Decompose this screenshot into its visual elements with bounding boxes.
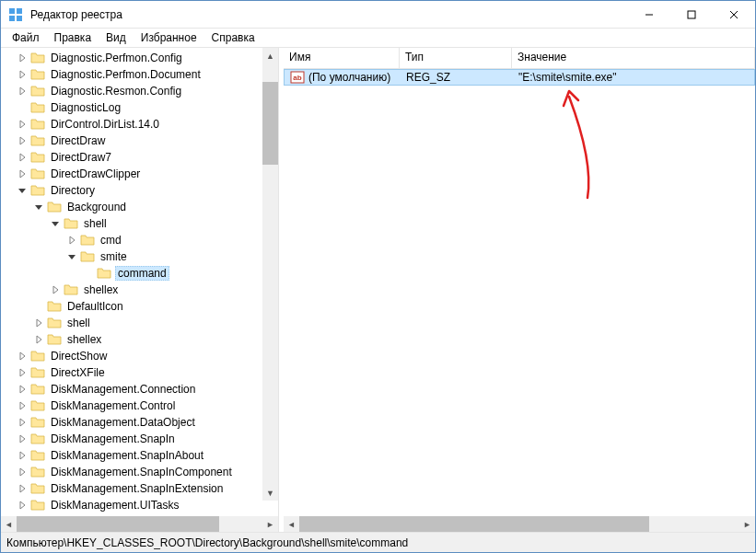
maximize-button[interactable] — [670, 1, 713, 29]
folder-icon — [30, 134, 45, 147]
tree-item-label: DiskManagement.SnapInAbout — [49, 449, 205, 462]
folder-icon — [30, 383, 45, 396]
svg-rect-5 — [688, 11, 695, 18]
menu-help[interactable]: Справка — [204, 29, 262, 46]
tree-item[interactable]: DiagnosticLog — [1, 99, 278, 116]
tree-item[interactable]: smite — [1, 248, 278, 265]
close-button[interactable] — [713, 1, 755, 29]
tree-item[interactable]: cmd — [1, 232, 278, 248]
tree-item[interactable]: Diagnostic.Perfmon.Document — [1, 66, 278, 83]
scroll-left-icon[interactable]: ◄ — [1, 516, 17, 532]
chevron-right-icon[interactable] — [16, 401, 29, 410]
tree-item[interactable]: shell — [1, 215, 278, 232]
tree-item[interactable]: DiskManagement.UITasks — [1, 497, 278, 513]
chevron-down-icon[interactable] — [16, 186, 29, 195]
chevron-down-icon[interactable] — [49, 219, 62, 228]
scroll-down-icon[interactable]: ▼ — [262, 485, 278, 501]
tree-vscroll-thumb[interactable] — [262, 82, 278, 165]
tree-item[interactable]: command — [1, 265, 278, 282]
chevron-right-icon[interactable] — [16, 53, 29, 63]
scroll-left-icon[interactable]: ◄ — [284, 516, 299, 532]
list-hscroll[interactable]: ◄ ► — [284, 516, 755, 532]
tree-item[interactable]: DirectDraw7 — [1, 149, 278, 166]
chevron-right-icon[interactable] — [16, 351, 29, 361]
chevron-right-icon[interactable] — [32, 318, 45, 328]
scroll-right-icon[interactable]: ► — [739, 516, 755, 532]
chevron-right-icon[interactable] — [49, 285, 62, 294]
tree-item[interactable]: DiskManagement.Control — [1, 397, 278, 414]
menu-favorites[interactable]: Избранное — [134, 29, 204, 46]
chevron-right-icon[interactable] — [16, 86, 29, 96]
annotation-arrow — [551, 78, 606, 207]
tree-item[interactable]: Background — [1, 199, 278, 215]
chevron-right-icon[interactable] — [16, 434, 29, 444]
window-title: Редактор реестра — [30, 8, 628, 21]
scroll-up-icon[interactable]: ▲ — [262, 48, 278, 63]
col-type[interactable]: Тип — [400, 48, 512, 68]
tree-item[interactable]: DefaultIcon — [1, 298, 278, 315]
tree-item-label: DirectDraw7 — [49, 151, 113, 164]
chevron-right-icon[interactable] — [16, 368, 29, 377]
list-pane: Имя Тип Значение ab(По умолчанию)REG_SZ"… — [284, 48, 755, 532]
folder-icon — [30, 350, 45, 363]
chevron-down-icon[interactable] — [65, 252, 78, 261]
folder-icon — [30, 68, 45, 81]
tree-item[interactable]: DiskManagement.DataObject — [1, 414, 278, 431]
col-value[interactable]: Значение — [512, 48, 755, 68]
chevron-right-icon[interactable] — [32, 335, 45, 344]
tree-item-label: Background — [65, 201, 128, 213]
svg-rect-0 — [9, 8, 15, 14]
chevron-right-icon[interactable] — [16, 70, 29, 79]
tree-item[interactable]: DiskManagement.SnapInComponent — [1, 464, 278, 480]
chevron-right-icon[interactable] — [16, 467, 29, 477]
tree-item[interactable]: DirectDraw — [1, 132, 278, 149]
tree-item-label: DiskManagement.UITasks — [49, 499, 180, 512]
tree-hscroll-thumb[interactable] — [17, 516, 219, 532]
list-hscroll-thumb[interactable] — [299, 516, 649, 532]
tree-item-label: DiskManagement.SnapInComponent — [49, 466, 234, 478]
chevron-right-icon[interactable] — [16, 153, 29, 162]
chevron-right-icon[interactable] — [16, 451, 29, 460]
tree-item[interactable]: DiskManagement.SnapIn — [1, 431, 278, 447]
chevron-right-icon[interactable] — [16, 169, 29, 179]
list-body[interactable]: ab(По умолчанию)REG_SZ"E:\smite\smite.ex… — [284, 69, 755, 516]
tree-item[interactable]: shell — [1, 315, 278, 331]
folder-icon — [30, 85, 45, 98]
tree-vscroll[interactable]: ▲ ▼ — [262, 48, 278, 501]
tree-item[interactable]: DirectXFile — [1, 364, 278, 381]
registry-tree[interactable]: Diagnostic.Perfmon.ConfigDiagnostic.Perf… — [1, 48, 278, 515]
menu-file[interactable]: Файл — [5, 29, 47, 46]
tree-item[interactable]: Directory — [1, 182, 278, 199]
tree-item[interactable]: shellex — [1, 331, 278, 348]
chevron-right-icon[interactable] — [65, 236, 78, 245]
titlebar[interactable]: Редактор реестра — [1, 1, 755, 29]
tree-item[interactable]: DiskManagement.Connection — [1, 381, 278, 397]
menu-edit[interactable]: Правка — [47, 29, 99, 46]
tree-item[interactable]: DiskManagement.SnapInExtension — [1, 480, 278, 497]
folder-icon — [30, 101, 45, 114]
tree-item[interactable]: DiskManagement.SnapInAbout — [1, 447, 278, 464]
col-name[interactable]: Имя — [284, 48, 400, 68]
chevron-right-icon[interactable] — [16, 501, 29, 510]
tree-item[interactable]: DirectShow — [1, 348, 278, 364]
menu-view[interactable]: Вид — [99, 29, 134, 46]
list-row[interactable]: ab(По умолчанию)REG_SZ"E:\smite\smite.ex… — [284, 69, 755, 86]
chevron-right-icon[interactable] — [16, 385, 29, 394]
scroll-right-icon[interactable]: ► — [262, 516, 278, 532]
chevron-down-icon[interactable] — [32, 202, 45, 212]
chevron-right-icon[interactable] — [16, 120, 29, 129]
folder-icon — [30, 184, 45, 197]
tree-item[interactable]: DirControl.DirList.14.0 — [1, 116, 278, 132]
tree-hscroll[interactable]: ◄ ► — [1, 516, 278, 532]
tree-item[interactable]: shellex — [1, 282, 278, 298]
chevron-right-icon[interactable] — [16, 136, 29, 145]
folder-icon — [64, 217, 78, 230]
minimize-button[interactable] — [628, 1, 670, 29]
tree-item-label: DiskManagement.SnapIn — [49, 432, 177, 445]
chevron-right-icon[interactable] — [16, 418, 29, 427]
tree-item[interactable]: Diagnostic.Resmon.Config — [1, 83, 278, 99]
tree-item[interactable]: Diagnostic.Perfmon.Config — [1, 50, 278, 66]
tree-item[interactable]: DirectDrawClipper — [1, 166, 278, 182]
chevron-right-icon[interactable] — [16, 484, 29, 493]
folder-icon — [47, 333, 62, 346]
